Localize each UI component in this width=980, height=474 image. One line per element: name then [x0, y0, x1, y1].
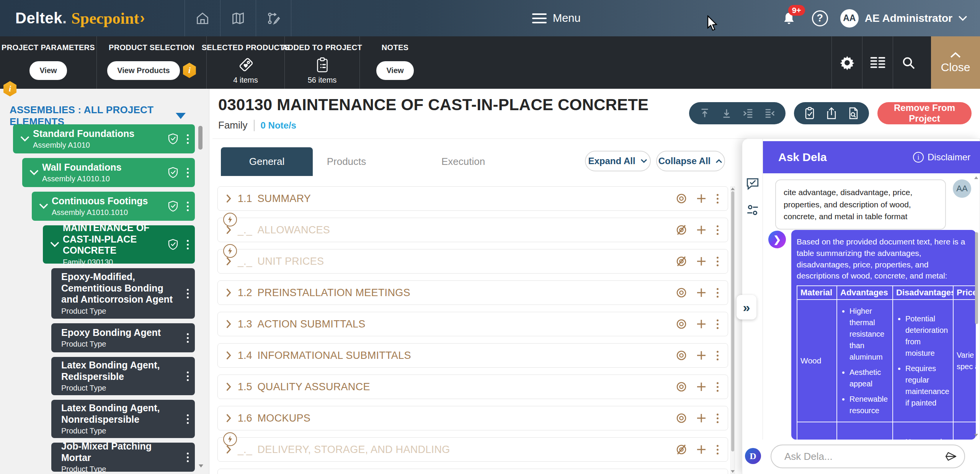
visibility-icon[interactable]: [675, 381, 688, 393]
lightning-badge-icon[interactable]: [223, 213, 237, 226]
kebab-menu-icon[interactable]: [185, 200, 190, 213]
section-row-action-submittals[interactable]: 1.3 ACTION SUBMITTALS: [217, 312, 728, 336]
tree-item-continuous-footings[interactable]: Continuous Footings Assembly A1010.1010: [32, 192, 195, 221]
tree-item-epoxy-modified-cementitious[interactable]: Epoxy-Modified, Cementitious Bonding and…: [51, 268, 195, 319]
kebab-menu-icon[interactable]: [715, 255, 720, 268]
kebab-menu-icon[interactable]: [715, 349, 720, 362]
view-products-button[interactable]: View Products: [107, 61, 180, 80]
move-to-top-icon[interactable]: [699, 108, 710, 119]
view-notes-button[interactable]: View: [376, 61, 413, 80]
section-row-informational-submittals[interactable]: 1.4 INFORMATIONAL SUBMITTALS: [217, 343, 728, 368]
add-icon[interactable]: [696, 256, 707, 267]
chevron-down-icon[interactable]: [28, 169, 40, 176]
deltek-specpoint-logo[interactable]: Deltek . Specpoint ›: [15, 0, 145, 36]
kebab-menu-icon[interactable]: [185, 287, 190, 300]
dela-chat-area[interactable]: cite advantage, disadvantage, price, pro…: [763, 173, 980, 440]
scroll-down-arrow[interactable]: [731, 470, 735, 473]
visibility-icon[interactable]: [675, 192, 688, 205]
add-icon[interactable]: [696, 381, 707, 392]
chevron-right-icon[interactable]: [225, 288, 232, 298]
section-row-unit-prices[interactable]: _._ UNIT PRICES: [217, 249, 728, 274]
tree-item-wall-foundations[interactable]: Wall Foundations Assembly A1010.10: [22, 158, 195, 187]
visibility-icon[interactable]: [675, 287, 688, 299]
kebab-menu-icon[interactable]: [185, 332, 190, 344]
tree-item-maintenance-cast-in-place-concrete-selected[interactable]: MAINTENANCE OF CAST-IN-PLACE CONCRETE Fa…: [43, 225, 195, 264]
content-scrollbar[interactable]: [730, 186, 735, 474]
tab-execution[interactable]: Execution: [438, 147, 488, 176]
add-icon[interactable]: [696, 413, 707, 424]
ask-dela-input[interactable]: [784, 451, 944, 463]
add-icon[interactable]: [696, 193, 707, 204]
kebab-menu-icon[interactable]: [715, 224, 720, 236]
home-icon[interactable]: [185, 0, 220, 36]
visibility-off-icon[interactable]: [675, 224, 688, 236]
add-icon[interactable]: [696, 225, 707, 235]
notifications-bell-icon[interactable]: 9+: [782, 11, 796, 26]
column-view-icon[interactable]: [862, 36, 893, 89]
tree-item-epoxy-bonding-agent[interactable]: Epoxy Bonding Agent Product Type: [51, 323, 195, 352]
kebab-menu-icon[interactable]: [185, 166, 190, 179]
lightning-badge-icon[interactable]: [223, 244, 237, 258]
kebab-menu-icon[interactable]: [185, 451, 190, 464]
chevron-right-icon[interactable]: [225, 382, 232, 392]
chevron-down-icon[interactable]: [38, 203, 49, 210]
sidebar-scrollbar[interactable]: [198, 125, 203, 462]
tree-item-standard-foundations[interactable]: Standard Foundations Assembly A1010: [13, 124, 195, 153]
remove-from-project-button[interactable]: Remove From Project: [877, 102, 972, 124]
move-to-bottom-icon[interactable]: [721, 108, 732, 119]
comment-check-icon[interactable]: [746, 177, 760, 190]
notes-link[interactable]: 0 Note/s: [261, 120, 296, 131]
section-row-delivery-storage-handling[interactable]: _._ DELIVERY, STORAGE, AND HANDLING: [217, 437, 728, 462]
chevron-right-icon[interactable]: [225, 319, 232, 329]
kebab-menu-icon[interactable]: [715, 287, 720, 299]
visibility-off-icon[interactable]: [675, 255, 688, 267]
info-hexagon-icon[interactable]: i: [183, 63, 196, 78]
file-search-icon[interactable]: [847, 107, 859, 120]
clipboard-check-icon[interactable]: [804, 107, 816, 120]
kebab-menu-icon[interactable]: [715, 381, 720, 393]
share-export-icon[interactable]: [825, 107, 838, 120]
visibility-icon[interactable]: [675, 318, 688, 330]
chevron-right-icon[interactable]: [225, 413, 232, 423]
send-icon[interactable]: [944, 451, 957, 462]
kebab-menu-icon[interactable]: [715, 192, 720, 205]
visibility-icon[interactable]: [675, 412, 688, 424]
scroll-down-arrow[interactable]: [974, 434, 978, 437]
disclaimer-link[interactable]: i Disclaimer: [913, 152, 970, 163]
scroll-up-arrow[interactable]: [974, 176, 978, 179]
chevron-right-icon[interactable]: [225, 194, 232, 204]
tag-heart-icon[interactable]: [237, 57, 254, 73]
expand-all-button[interactable]: Expand All: [585, 151, 651, 171]
add-icon[interactable]: [696, 444, 707, 455]
kebab-menu-icon[interactable]: [715, 318, 720, 331]
visibility-icon[interactable]: [675, 349, 688, 362]
section-row-mockups[interactable]: 1.6 MOCKUPS: [217, 406, 728, 430]
view-parameters-button[interactable]: View: [29, 61, 67, 80]
tree-item-latex-bonding-agent-redispersible[interactable]: Latex Bonding Agent, Redispersible Produ…: [51, 357, 195, 395]
collapse-all-button[interactable]: Collapse All: [656, 151, 725, 171]
search-icon[interactable]: [893, 36, 923, 89]
kebab-menu-icon[interactable]: [715, 412, 720, 425]
tab-products[interactable]: Products: [323, 147, 369, 176]
section-row-preinstallation-meetings[interactable]: 1.2 PREINSTALLATION MEETINGS: [217, 280, 728, 305]
section-row-partial[interactable]: [217, 469, 728, 474]
tree-item-job-mixed-patching-mortar[interactable]: Job-Mixed Patching Mortar Product Type: [51, 443, 195, 472]
menu-button[interactable]: Menu: [532, 0, 581, 36]
indent-left-icon[interactable]: [764, 108, 776, 119]
tree-item-latex-bonding-agent-nonredispersible[interactable]: Latex Bonding Agent, Nonredispersible Pr…: [51, 400, 195, 438]
kebab-menu-icon[interactable]: [185, 238, 190, 251]
kebab-menu-icon[interactable]: [715, 443, 720, 456]
section-row-allowances[interactable]: _._ ALLOWANCES: [217, 218, 728, 242]
close-panel-button[interactable]: Close: [931, 36, 980, 89]
map-icon[interactable]: [220, 0, 256, 36]
chat-scrollbar[interactable]: [974, 176, 979, 437]
kebab-menu-icon[interactable]: [185, 370, 190, 383]
chevron-right-icon[interactable]: [225, 350, 232, 360]
kebab-menu-icon[interactable]: [185, 413, 190, 425]
clipboard-list-icon[interactable]: [315, 57, 330, 73]
lightning-badge-icon[interactable]: [223, 432, 237, 446]
collapse-panel-button[interactable]: »: [737, 295, 756, 319]
sidebar-scroll-down-arrow[interactable]: [199, 464, 203, 467]
section-row-quality-assurance[interactable]: 1.5 QUALITY ASSURANCE: [217, 375, 728, 399]
sliders-icon[interactable]: [746, 204, 759, 216]
